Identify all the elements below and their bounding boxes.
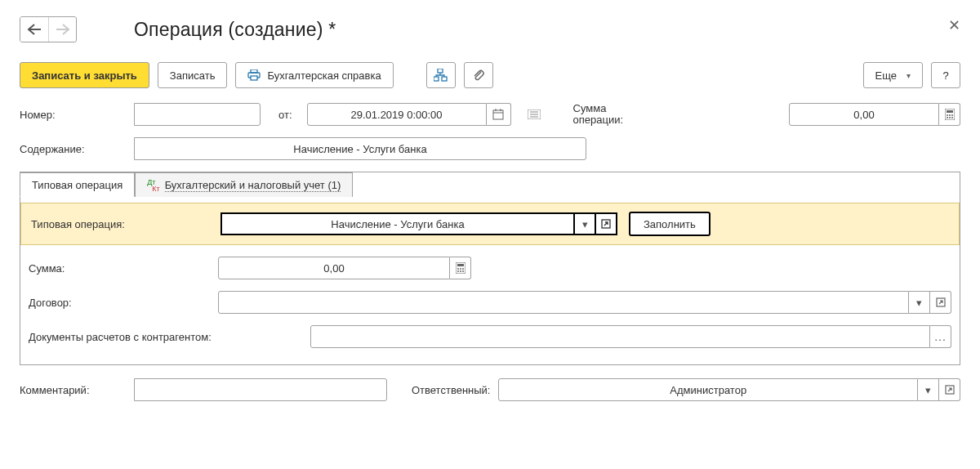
save-button[interactable]: Записать [158,62,228,88]
svg-point-21 [951,117,953,118]
svg-rect-15 [947,110,953,113]
accounting-report-label: Бухгалтерская справка [267,69,381,82]
date-value: 29.01.2019 0:00:00 [307,103,487,126]
responsible-select[interactable]: Администратор ▾ [498,378,960,401]
docs-browse-button[interactable]: ... [930,325,951,348]
calendar-button[interactable] [487,103,511,126]
svg-point-20 [949,117,951,118]
tab-typical-operation-label: Типовая операция [32,179,122,191]
printer-icon [247,69,261,81]
contract-label: Договор: [29,297,210,309]
svg-point-26 [460,268,461,270]
comment-value [134,378,387,401]
content-label: Содержание: [20,143,126,155]
page-title: Операция (создание) * [134,19,336,41]
sum-label-line2: операции: [573,114,624,126]
comment-input[interactable] [134,378,387,401]
typical-operation-row: Типовая операция: Начисление - Услуги ба… [20,203,960,245]
arrow-right-icon [56,24,70,35]
row-contract: Договор: ▾ [29,291,951,314]
close-button[interactable]: ✕ [948,16,960,34]
calendar-icon [492,109,504,120]
content-value: Начисление - Услуги банка [134,137,586,160]
row-footer: Комментарий: Ответственный: Администрато… [20,378,960,401]
nav-arrows [20,16,77,42]
svg-point-27 [462,268,464,270]
svg-point-16 [947,114,948,116]
calculator-button[interactable] [939,103,960,126]
structure-button[interactable] [426,62,456,88]
open-icon [601,219,611,229]
tab-accounting-label: Бухгалтерский и налоговый учет (1) [165,179,341,192]
nav-back-button[interactable] [20,17,48,42]
toolbar: Записать и закрыть Записать Бухгалтерска… [20,62,960,88]
content-input[interactable]: Начисление - Услуги банка [134,137,586,160]
number-label: Номер: [20,109,126,121]
contract-value [218,291,909,314]
responsible-label: Ответственный: [412,384,490,396]
row-content: Содержание: Начисление - Услуги банка [20,137,960,160]
typical-operation-open-button[interactable] [596,212,617,235]
svg-point-19 [947,117,948,118]
sum-label: Сумма: [29,262,210,275]
attachment-button[interactable] [464,62,493,88]
docs-select[interactable]: ... [310,325,951,348]
header: Операция (создание) * ✕ [20,16,960,42]
svg-point-17 [949,114,951,116]
row-docs: Документы расчетов с контрагентом: ... [29,325,951,348]
svg-rect-2 [251,76,257,80]
typical-operation-label: Типовая операция: [31,218,209,230]
responsible-open-button[interactable] [939,378,960,401]
sum-operation-value: 0,00 [789,103,939,126]
accounting-report-button[interactable]: Бухгалтерская справка [235,62,393,88]
date-input[interactable]: 29.01.2019 0:00:00 [307,103,511,126]
number-value [134,103,261,126]
help-button[interactable]: ? [931,62,960,88]
svg-rect-6 [493,110,503,119]
row-number-date-sum: Номер: от: 29.01.2019 0:00:00 Сумма опер… [20,103,960,126]
svg-point-30 [462,270,464,272]
svg-point-28 [457,270,459,272]
typical-operation-select[interactable]: Начисление - Услуги банка ▾ [220,212,617,235]
sum-value: 0,00 [218,257,450,279]
number-input[interactable] [134,103,261,126]
nav-forward-button[interactable] [48,17,76,42]
calculator-icon [456,262,466,274]
svg-point-25 [457,268,459,270]
svg-point-29 [460,270,461,272]
list-icon-button[interactable] [523,103,546,126]
tab-accounting[interactable]: ДтКт Бухгалтерский и налоговый учет (1) [135,172,353,197]
open-icon [945,385,955,395]
fill-button[interactable]: Заполнить [629,212,710,236]
tabs-strip: Типовая операция ДтКт Бухгалтерский и на… [20,172,960,196]
save-and-close-button[interactable]: Записать и закрыть [20,62,149,88]
svg-rect-5 [442,77,447,81]
responsible-dropdown-button[interactable]: ▾ [918,378,939,401]
comment-label: Комментарий: [20,384,126,396]
tab-typical-operation[interactable]: Типовая операция [20,172,135,197]
contract-select[interactable]: ▾ [218,291,951,314]
sum-label-line1: Сумма [573,102,607,114]
structure-icon [434,69,448,82]
sum-calculator-button[interactable] [450,257,471,279]
contract-dropdown-button[interactable]: ▾ [909,291,930,314]
from-label: от: [278,109,292,121]
chevron-down-icon: ▾ [906,71,911,80]
typical-operation-value: Начисление - Услуги банка [220,212,575,235]
svg-rect-4 [434,77,439,81]
more-button[interactable]: Еще ▾ [863,62,923,88]
calculator-icon [945,109,955,120]
more-label: Еще [875,69,897,82]
arrow-left-icon [27,24,42,35]
docs-value [310,325,930,348]
tabs-body: Типовая операция: Начисление - Услуги ба… [20,196,960,364]
sum-input[interactable]: 0,00 [218,257,471,279]
svg-rect-3 [438,69,443,73]
typical-operation-dropdown-button[interactable]: ▾ [575,212,596,235]
svg-rect-24 [457,264,464,266]
list-icon [528,109,541,119]
debit-credit-icon: ДтКт [147,179,159,192]
responsible-value: Администратор [498,378,918,401]
contract-open-button[interactable] [930,291,951,314]
sum-operation-input[interactable]: 0,00 [789,103,960,126]
